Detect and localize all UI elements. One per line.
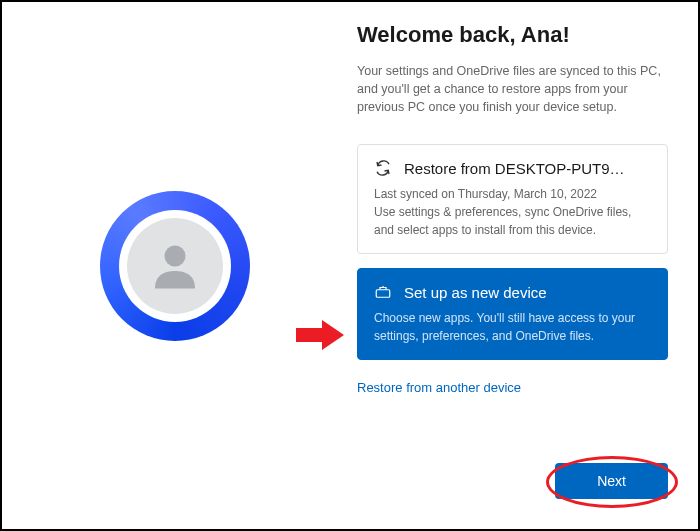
avatar-inner	[119, 210, 231, 322]
next-button[interactable]: Next	[555, 463, 668, 499]
page-title: Welcome back, Ana!	[357, 22, 668, 48]
oobe-container: Welcome back, Ana! Your settings and One…	[2, 2, 698, 529]
option-restore-header: Restore from DESKTOP-PUT9…	[374, 159, 651, 177]
device-icon	[374, 283, 392, 301]
option-restore-desc: Last synced on Thursday, March 10, 2022 …	[374, 185, 651, 239]
footer: Next	[357, 463, 668, 519]
avatar-placeholder	[127, 218, 223, 314]
option-new-device[interactable]: Set up as new device Choose new apps. Yo…	[357, 268, 668, 360]
page-subtitle: Your settings and OneDrive files are syn…	[357, 62, 668, 116]
option-restore[interactable]: Restore from DESKTOP-PUT9… Last synced o…	[357, 144, 668, 254]
option-new-device-desc: Choose new apps. You'll still have acces…	[374, 309, 651, 345]
refresh-icon	[374, 159, 392, 177]
left-panel	[2, 2, 347, 529]
option-restore-title: Restore from DESKTOP-PUT9…	[404, 160, 625, 177]
avatar-ring	[100, 191, 250, 341]
option-new-device-title: Set up as new device	[404, 284, 547, 301]
person-icon	[145, 236, 205, 296]
option-new-device-header: Set up as new device	[374, 283, 651, 301]
svg-point-0	[164, 245, 185, 266]
svg-rect-1	[376, 290, 390, 298]
restore-another-link[interactable]: Restore from another device	[357, 380, 668, 395]
right-panel: Welcome back, Ana! Your settings and One…	[347, 2, 698, 529]
